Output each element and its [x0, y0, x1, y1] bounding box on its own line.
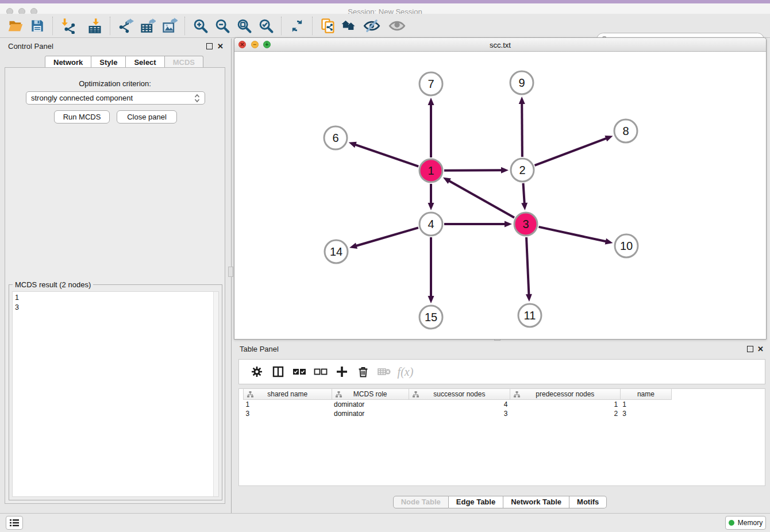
table-cell[interactable]: 1: [620, 400, 671, 410]
network-window-titlebar[interactable]: ✕ − + scc.txt: [234, 38, 766, 52]
tab-edge-table[interactable]: Edge Table: [449, 496, 503, 508]
graph-node-label: 6: [332, 132, 338, 144]
deselect-all-icon[interactable]: [310, 361, 331, 382]
graph-edge-arrowhead: [428, 98, 434, 105]
delete-column-trash-icon[interactable]: [352, 361, 374, 382]
table-cell[interactable]: 1: [510, 400, 620, 410]
table-panel-tabs: Node Table Edge Table Network Table Moti…: [234, 496, 766, 508]
graph-node-label: 2: [519, 164, 525, 176]
hide-selected-eye-icon[interactable]: [361, 15, 383, 37]
float-panel-icon[interactable]: [206, 43, 213, 49]
table-cell[interactable]: 3: [244, 409, 332, 418]
table-float-panel-icon[interactable]: [747, 346, 753, 352]
duplicate-network-icon[interactable]: [317, 15, 339, 37]
result-scrollbar[interactable]: [213, 292, 218, 496]
graph-edge[interactable]: [522, 103, 522, 157]
network-canvas-svg[interactable]: 7968124314101511: [234, 52, 766, 339]
select-all-icon[interactable]: [288, 361, 310, 382]
node-table: shared name MCDS role successor nodes pr…: [238, 388, 765, 486]
zoom-out-icon[interactable]: [211, 15, 233, 37]
toolbar-separator: [110, 17, 111, 35]
table-cell[interactable]: 3: [409, 409, 510, 418]
graph-edge-arrowhead: [349, 142, 357, 148]
graph-edge-arrowhead: [521, 203, 528, 210]
graph-node-label: 10: [620, 240, 633, 252]
export-image-icon[interactable]: [159, 15, 180, 37]
run-mcds-button[interactable]: Run MCDS: [54, 110, 110, 124]
table-cell[interactable]: dominator: [332, 409, 409, 418]
graph-edge[interactable]: [448, 180, 514, 218]
graph-edge[interactable]: [535, 138, 607, 165]
function-builder-icon: f(x): [395, 361, 416, 382]
status-bar: Memory: [0, 513, 770, 532]
table-cell[interactable]: 4: [409, 400, 510, 410]
tab-motifs[interactable]: Motifs: [569, 496, 607, 508]
graph-edge-arrowhead: [505, 221, 512, 228]
optimization-criterion-dropdown[interactable]: strongly connected component: [26, 91, 205, 105]
import-network-icon[interactable]: [57, 15, 79, 37]
memory-label: Memory: [738, 519, 763, 527]
graph-node-label: 11: [524, 309, 536, 322]
table-row[interactable]: 1dominator411: [244, 400, 672, 410]
column-header-predecessor-nodes[interactable]: predecessor nodes: [510, 389, 620, 400]
import-table-icon[interactable]: [84, 15, 106, 37]
graph-edge-arrowhead: [428, 296, 434, 303]
dropdown-value: strongly connected component: [31, 94, 133, 102]
mcds-result-title: MCDS result (2 nodes): [13, 280, 93, 289]
add-column-icon[interactable]: [331, 361, 352, 382]
refresh-layout-icon[interactable]: [286, 15, 308, 37]
tab-node-table[interactable]: Node Table: [393, 496, 449, 508]
export-table-icon[interactable]: [137, 15, 159, 37]
toolbar-separator: [312, 17, 313, 35]
column-header-name[interactable]: name: [620, 389, 671, 400]
toolbar-separator: [281, 17, 282, 35]
main-toolbar: [0, 14, 770, 38]
graph-edge[interactable]: [523, 183, 524, 204]
column-header-shared-name[interactable]: shared name: [244, 389, 332, 400]
memory-button[interactable]: Memory: [725, 516, 766, 530]
table-body: 1dominator4113dominator323: [244, 400, 672, 419]
graph-edge[interactable]: [355, 144, 418, 166]
houses-icon[interactable]: [339, 15, 361, 37]
graph-edge[interactable]: [526, 237, 529, 295]
zoom-in-icon[interactable]: [190, 15, 211, 37]
table-cell[interactable]: 3: [620, 409, 671, 418]
table-cell[interactable]: 1: [244, 400, 332, 410]
show-columns-icon[interactable]: [267, 361, 288, 382]
graph-edge[interactable]: [356, 228, 418, 246]
control-panel-title: Control Panel: [8, 42, 53, 51]
column-header-mcds-role[interactable]: MCDS role: [332, 389, 409, 400]
graph-edge-arrowhead: [605, 238, 613, 245]
zoom-selected-icon[interactable]: [255, 15, 277, 37]
table-cell[interactable]: 2: [510, 409, 620, 418]
mcds-tab-panel: Optimization criterion: strongly connect…: [5, 67, 225, 504]
table-cell[interactable]: dominator: [332, 400, 409, 410]
column-header-successor-nodes[interactable]: successor nodes: [409, 389, 510, 400]
table-close-panel-icon[interactable]: ✕: [757, 346, 764, 352]
graph-node-label: 7: [428, 78, 434, 90]
export-network-icon[interactable]: [115, 15, 137, 37]
graph-node-label: 15: [425, 311, 437, 323]
table-header-row: shared name MCDS role successor nodes pr…: [244, 389, 672, 400]
show-eye-icon[interactable]: [386, 15, 408, 37]
toolbar-separator: [52, 17, 53, 35]
graph-edge[interactable]: [444, 170, 502, 171]
zoom-fit-icon[interactable]: [233, 15, 255, 37]
tab-network-table[interactable]: Network Table: [503, 496, 569, 508]
graph-edge-arrowhead: [428, 203, 434, 210]
task-history-button[interactable]: [6, 516, 23, 530]
network-view-window: ✕ − + scc.txt 7968124314101511: [234, 37, 767, 340]
table-row[interactable]: 3dominator323: [244, 409, 672, 418]
close-panel-icon[interactable]: ✕: [217, 43, 224, 49]
close-panel-button[interactable]: Close panel: [117, 110, 177, 124]
table-settings-gear-icon[interactable]: [246, 361, 267, 382]
graph-edge[interactable]: [538, 227, 606, 242]
open-file-icon[interactable]: [5, 15, 26, 37]
graph-node-label: 14: [330, 245, 342, 258]
destroy-table-icon[interactable]: [374, 361, 395, 382]
save-session-icon[interactable]: [26, 15, 48, 37]
mcds-result-list[interactable]: 1 3: [12, 291, 219, 497]
toolbar-separator: [184, 17, 186, 35]
vertical-splitter-handle[interactable]: [228, 267, 233, 277]
task-list-icon: [10, 519, 19, 527]
